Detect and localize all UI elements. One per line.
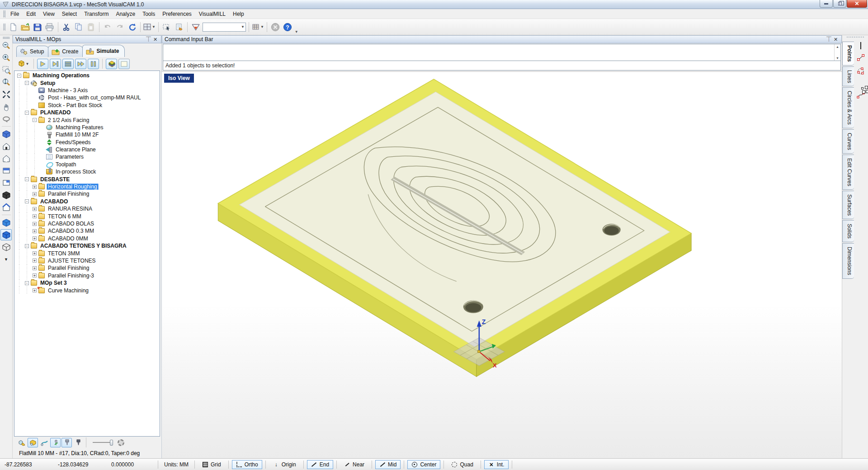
- tree-item-label[interactable]: Toolpath: [54, 161, 77, 168]
- sim-model-toggle[interactable]: [16, 438, 27, 447]
- tree-row[interactable]: -Machining Operations: [14, 72, 160, 79]
- tree-item-label[interactable]: TETON 6 MM: [47, 213, 83, 220]
- point-curve-tool-button[interactable]: [857, 91, 865, 100]
- tree-row[interactable]: +AJUSTE TETONES: [14, 257, 160, 264]
- iso-view-ne-button[interactable]: [0, 217, 12, 228]
- expand-toggle[interactable]: +: [33, 229, 37, 233]
- shaded-view-button[interactable]: [0, 189, 12, 201]
- cut-button[interactable]: [61, 21, 72, 33]
- tree-row[interactable]: Machine - 3 Axis: [14, 87, 160, 94]
- tree-item-label[interactable]: Curve Machining: [47, 287, 90, 294]
- menu-edit[interactable]: Edit: [23, 9, 39, 19]
- collapse-toggle[interactable]: -: [25, 81, 29, 85]
- tree-item-label[interactable]: Horizontal Roughing: [47, 183, 99, 190]
- tree-item-label[interactable]: Machining Features: [54, 124, 104, 131]
- zoom-in-button[interactable]: [0, 52, 12, 63]
- tree-item-label[interactable]: ACABADO TETONES Y BISAGRA: [39, 243, 128, 249]
- expand-toggle[interactable]: +: [33, 207, 37, 211]
- copy-button[interactable]: [73, 21, 85, 33]
- tab-circles-arcs[interactable]: Circles & Arcs: [842, 87, 854, 128]
- tree-row[interactable]: +RANURA RESINA: [14, 205, 160, 212]
- sim-tool-axis-toggle[interactable]: [50, 438, 61, 447]
- snap-quad-toggle[interactable]: Quad: [447, 460, 477, 469]
- tree-item-label[interactable]: DESBASTE: [39, 176, 71, 183]
- tree-item-label[interactable]: Parallel Finishing: [47, 265, 90, 271]
- pin-icon[interactable]: ⏉: [826, 37, 832, 42]
- tree-row[interactable]: +Parallel Finishing: [14, 190, 160, 197]
- pause-button[interactable]: [88, 59, 99, 69]
- collapse-toggle[interactable]: -: [25, 177, 29, 181]
- collapse-toggle[interactable]: -: [17, 74, 21, 78]
- tree-row[interactable]: +Parallel Finishing: [14, 264, 160, 272]
- tree-item-label[interactable]: Clearance Plane: [54, 146, 97, 153]
- tool-combo-value[interactable]: ▼: [203, 23, 246, 32]
- expand-toggle[interactable]: +: [33, 251, 37, 255]
- print-button[interactable]: [44, 21, 56, 33]
- tree-row[interactable]: -ACABADO: [14, 198, 160, 205]
- pan-button[interactable]: [0, 101, 12, 112]
- tree-row[interactable]: +ACABADO 0MM: [14, 235, 160, 242]
- compare-stock-button[interactable]: [106, 59, 117, 69]
- tab-edit-curves[interactable]: Edit Curves: [842, 155, 854, 190]
- tree-row[interactable]: +Curve Machining: [14, 287, 160, 294]
- viewport-layout-button[interactable]: ▼: [143, 21, 156, 33]
- tree-item-label[interactable]: TETON 3MM: [47, 250, 81, 257]
- expand-toggle[interactable]: +: [33, 288, 37, 292]
- menu-analyze[interactable]: Analyze: [112, 9, 139, 19]
- paste-button[interactable]: [85, 21, 97, 33]
- bottom-view-button[interactable]: [0, 177, 12, 188]
- new-file-button[interactable]: [7, 21, 19, 33]
- close-icon[interactable]: ✕: [152, 37, 159, 42]
- tree-row[interactable]: Clearance Plane: [14, 146, 160, 153]
- tree-item-label[interactable]: ACABADO 0MM: [47, 235, 90, 242]
- tree-row[interactable]: Stock - Part Box Stock: [14, 102, 160, 109]
- expand-toggle[interactable]: +: [33, 258, 37, 263]
- tree-row[interactable]: Toolpath: [14, 161, 160, 168]
- expand-toggle[interactable]: +: [33, 185, 37, 189]
- close-button[interactable]: ✕: [847, 0, 867, 8]
- collapse-toggle[interactable]: -: [25, 281, 29, 285]
- undo-button[interactable]: [102, 21, 113, 33]
- zoom-selected-button[interactable]: [0, 76, 12, 88]
- zoom-extents-button[interactable]: [0, 89, 12, 100]
- point-circle-tool-button[interactable]: [857, 67, 865, 76]
- tree-item-label[interactable]: MOp Set 3: [39, 280, 68, 286]
- visualmill-logo-button[interactable]: [190, 21, 202, 33]
- save-file-button[interactable]: [32, 21, 43, 33]
- expand-toggle[interactable]: +: [33, 273, 37, 277]
- menu-preferences[interactable]: Preferences: [159, 9, 195, 19]
- collapse-toggle[interactable]: -: [25, 111, 29, 115]
- tree-item-label[interactable]: RANURA RESINA: [47, 206, 94, 212]
- tree-row[interactable]: In-process Stock: [14, 168, 160, 175]
- tab-surfaces[interactable]: Surfaces: [842, 191, 854, 219]
- tree-row[interactable]: +ACABADO 0.3 MM: [14, 227, 160, 235]
- tree-row[interactable]: +TETON 6 MM: [14, 212, 160, 220]
- tree-row[interactable]: +ACABADO BOLAS: [14, 220, 160, 227]
- expand-toggle[interactable]: +: [33, 214, 37, 218]
- sim-stock-toggle[interactable]: [28, 438, 38, 447]
- menu-file[interactable]: File: [7, 9, 23, 19]
- home-view-button[interactable]: [0, 202, 12, 213]
- tree-row[interactable]: -Setup: [14, 79, 160, 86]
- tree-item-label[interactable]: PLANEADO: [39, 109, 72, 116]
- tree-item-label[interactable]: FlatMill 10 MM 2F: [54, 132, 100, 138]
- tool-combo-button[interactable]: ▼: [202, 21, 246, 33]
- tree-item-label[interactable]: Feeds/Speeds: [54, 139, 92, 146]
- tree-row[interactable]: +Parallel Finishing-3: [14, 272, 160, 279]
- tree-item-label[interactable]: Parallel Finishing: [47, 191, 90, 197]
- tab-setup[interactable]: Setup: [16, 46, 50, 57]
- snap-ortho-toggle[interactable]: Ortho: [232, 460, 262, 469]
- snap-grid-toggle[interactable]: Grid: [198, 460, 225, 469]
- stock-cube-menu-button[interactable]: ▼: [15, 59, 30, 69]
- tree-row[interactable]: Machining Features: [14, 124, 160, 131]
- tab-create[interactable]: Create: [48, 46, 84, 57]
- tree-row[interactable]: Post - Haas_with cut_comp-MM RAUL: [14, 94, 160, 101]
- play-button[interactable]: [37, 59, 48, 69]
- view-cube-button[interactable]: [0, 128, 12, 140]
- tree-item-label[interactable]: 2 1/2 Axis Facing: [47, 117, 90, 123]
- help-button[interactable]: ?: [282, 21, 293, 33]
- tree-item-label[interactable]: Machining Operations: [31, 72, 91, 79]
- redo-button[interactable]: [114, 21, 126, 33]
- tree-item-label[interactable]: ACABADO 0.3 MM: [47, 228, 95, 234]
- zoom-out-button[interactable]: [0, 40, 12, 51]
